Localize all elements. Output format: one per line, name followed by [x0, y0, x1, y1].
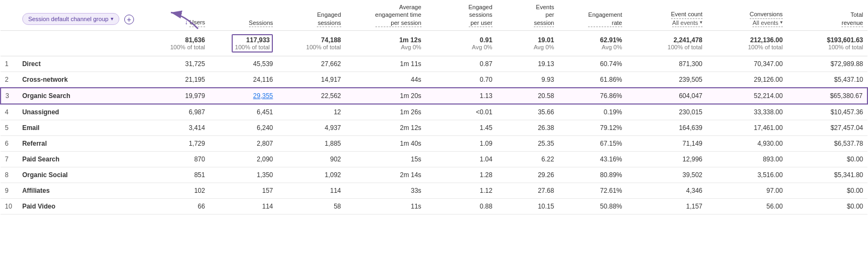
engagement-rate-header[interactable]: Engagementrate: [558, 0, 626, 30]
engagement-rate-cell: 61.86%: [558, 72, 626, 88]
rank-cell: 2: [1, 72, 18, 88]
conversions-dropdown[interactable]: All events ▾: [752, 19, 783, 27]
sessions-cell: 2,807: [209, 135, 277, 151]
conversions-header-label[interactable]: Conversions: [750, 10, 783, 18]
avg-engagement-header[interactable]: Averageengagement timeper session: [346, 0, 426, 30]
engaged-sessions-cell: 14,917: [277, 72, 345, 88]
users-cell: 102: [142, 183, 209, 198]
sessions-link[interactable]: 29,355: [253, 92, 273, 100]
engagement-rate-cell: 80.89%: [558, 167, 626, 183]
revenue-cell: $10,457.36: [787, 104, 867, 120]
table-row: 5Email3,4146,2404,9372m 12s1.4526.3879.1…: [1, 120, 867, 135]
analytics-table: Session default channel group ▾ +: [0, 0, 868, 214]
sessions-cell: 6,240: [209, 120, 277, 135]
totals-revenue-sub: 100% of total: [792, 44, 863, 50]
event-count-cell: 1,157: [627, 198, 707, 214]
avg-engagement-cell: 1m 20s: [346, 88, 426, 104]
event-count-dropdown[interactable]: All events ▾: [672, 19, 703, 27]
rank-cell: 5: [1, 120, 18, 135]
sessions-header[interactable]: Sessions: [209, 0, 277, 30]
channel-cell: Unassigned: [18, 104, 142, 120]
revenue-cell: $6,537.78: [787, 135, 867, 151]
event-count-header-label[interactable]: Event count: [671, 10, 703, 18]
add-dimension-button[interactable]: +: [124, 15, 134, 24]
conversions-cell: 33,338.00: [707, 104, 787, 120]
channel-cell: Affiliates: [18, 183, 142, 198]
totals-events-per-session-sub: Avg 0%: [501, 44, 554, 50]
conversions-dropdown-icon: ▾: [780, 20, 783, 26]
engaged-per-user-cell: 1.04: [426, 151, 497, 167]
engagement-rate-cell: 50.88%: [558, 198, 626, 214]
totals-sessions-sub: 100% of total: [235, 44, 270, 50]
sessions-cell: 1,350: [209, 167, 277, 183]
engaged-per-user-cell: 0.87: [426, 56, 497, 72]
total-revenue-header[interactable]: Totalrevenue: [787, 0, 867, 30]
users-header-label[interactable]: Users: [189, 18, 205, 27]
totals-avg-engagement-value: 1m 12s: [350, 36, 422, 44]
engaged-sessions-cell: 1,092: [277, 167, 345, 183]
event-count-cell: 230,015: [627, 104, 707, 120]
users-cell: 851: [142, 167, 209, 183]
conversions-cell: 4,930.00: [707, 135, 787, 151]
revenue-cell: $65,380.67: [787, 88, 867, 104]
totals-users-value: 81,636: [146, 36, 205, 44]
channel-header: Session default channel group ▾ +: [18, 0, 142, 30]
conversions-cell: 3,516.00: [707, 167, 787, 183]
event-count-cell: 871,300: [627, 56, 707, 72]
engaged-per-user-header[interactable]: Engagedsessionsper user: [426, 0, 497, 30]
totals-conversions-sub: 100% of total: [711, 44, 783, 50]
totals-avg-engagement-sub: Avg 0%: [350, 44, 422, 50]
avg-engagement-cell: 11s: [346, 198, 426, 214]
totals-engaged-per-user-value: 0.91: [430, 36, 493, 44]
engaged-sessions-header[interactable]: Engagedsessions: [277, 0, 345, 30]
totals-engagement-rate-sub: Avg 0%: [563, 44, 622, 50]
avg-engagement-header-label[interactable]: Averageengagement timeper session: [375, 3, 422, 27]
totals-rank: [1, 30, 18, 56]
engagement-rate-cell: 72.61%: [558, 183, 626, 198]
users-cell: 19,979: [142, 88, 209, 104]
rank-cell: 1: [1, 56, 18, 72]
users-header[interactable]: ↓Users: [142, 0, 209, 30]
channel-cell: Cross-network: [18, 72, 142, 88]
engaged-per-user-header-label[interactable]: Engagedsessionsper user: [469, 3, 493, 27]
event-count-cell: 39,502: [627, 167, 707, 183]
engaged-sessions-cell: 1,885: [277, 135, 345, 151]
dimension-pill[interactable]: Session default channel group ▾: [22, 13, 119, 25]
conversions-cell: 52,214.00: [707, 88, 787, 104]
event-count-dropdown-icon: ▾: [700, 20, 703, 26]
events-per-session-header[interactable]: Eventspersession: [497, 0, 559, 30]
sessions-header-label[interactable]: Sessions: [249, 19, 273, 27]
table-row: 1Direct31,72545,53927,6621m 11s0.8719.13…: [1, 56, 867, 72]
sessions-cell: 2,090: [209, 151, 277, 167]
total-revenue-header-label[interactable]: Totalrevenue: [841, 11, 863, 27]
sessions-cell: 114: [209, 198, 277, 214]
revenue-cell: $0.00: [787, 151, 867, 167]
engaged-sessions-cell: 58: [277, 198, 345, 214]
rank-cell: 7: [1, 151, 18, 167]
engaged-per-user-cell: 0.88: [426, 198, 497, 214]
engaged-sessions-cell: 27,662: [277, 56, 345, 72]
rank-cell: 8: [1, 167, 18, 183]
table-row: 6Referral1,7292,8071,8851m 40s1.0925.356…: [1, 135, 867, 151]
engaged-sessions-header-label[interactable]: Engagedsessions: [317, 11, 341, 27]
events-per-session-header-label[interactable]: Eventspersession: [534, 3, 554, 27]
table-body: 1Direct31,72545,53927,6621m 11s0.8719.13…: [1, 56, 867, 214]
event-count-header[interactable]: Event count All events ▾: [627, 0, 707, 30]
conversions-header[interactable]: Conversions All events ▾: [707, 0, 787, 30]
header-row: Session default channel group ▾ +: [1, 0, 867, 30]
dimension-label: Session default channel group: [28, 15, 108, 23]
engagement-rate-cell: 76.86%: [558, 88, 626, 104]
avg-engagement-cell: 1m 26s: [346, 104, 426, 120]
event-count-cell: 164,639: [627, 120, 707, 135]
events-per-session-cell: 27.68: [497, 183, 559, 198]
engagement-rate-header-label[interactable]: Engagementrate: [588, 11, 622, 27]
table-row: 2Cross-network21,19524,11614,91744s0.709…: [1, 72, 867, 88]
totals-conversions: 212,136.00 100% of total: [707, 30, 787, 56]
avg-engagement-cell: 44s: [346, 72, 426, 88]
sort-icon: ↓: [184, 18, 188, 26]
totals-engaged-sessions-value: 74,188: [282, 36, 341, 44]
rank-cell: 6: [1, 135, 18, 151]
totals-engaged-sessions: 74,188 100% of total: [277, 30, 345, 56]
revenue-cell: $0.00: [787, 198, 867, 214]
sessions-cell: 29,355: [209, 88, 277, 104]
